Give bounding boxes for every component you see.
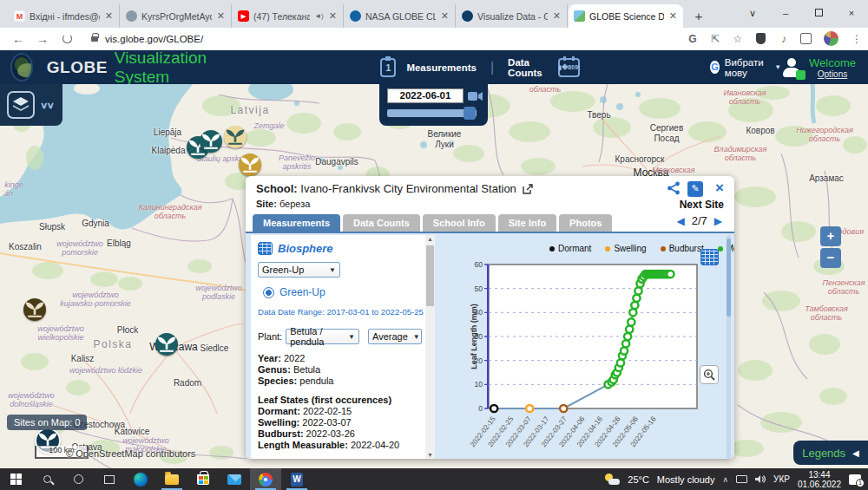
scroll-down-icon[interactable]: ▼: [425, 452, 435, 458]
options-link[interactable]: Options: [809, 69, 856, 79]
scroll-up-icon[interactable]: ▲: [425, 236, 435, 242]
chart-scrollbar[interactable]: [727, 235, 731, 459]
weather-temp[interactable]: 25°C: [628, 474, 649, 485]
measurements-calendar-icon[interactable]: 1: [380, 58, 396, 77]
osm-attribution[interactable]: © OpenStreetMap contributors: [66, 448, 195, 459]
url-text[interactable]: vis.globe.gov/GLOBE/: [105, 34, 681, 44]
globe-logo[interactable]: [10, 53, 33, 82]
aggregation-dropdown[interactable]: Average▼: [368, 329, 422, 344]
data-point[interactable]: [490, 405, 497, 412]
forward-icon[interactable]: →: [36, 32, 49, 46]
tab-photos[interactable]: Photos: [559, 214, 612, 232]
scrollbar-thumb[interactable]: [426, 245, 434, 306]
protocol-dropdown[interactable]: Green-Up▼: [258, 262, 340, 278]
tray-chevron-icon[interactable]: ∧: [722, 475, 728, 484]
back-icon[interactable]: ←: [12, 32, 24, 46]
next-site-icon[interactable]: ▶: [714, 215, 722, 227]
notification-icon[interactable]: 1: [849, 474, 861, 485]
close-icon[interactable]: ×: [715, 180, 724, 197]
site-marker[interactable]: [200, 130, 222, 153]
left-column-scrollbar[interactable]: ▲ ▼: [425, 235, 435, 459]
browser-tab[interactable]: ▶(47) Телеканал 1◄)✕: [233, 4, 344, 28]
sidebar-icon[interactable]: [800, 33, 812, 44]
browser-tab[interactable]: MВхідні - ifmdes@gma✕: [9, 4, 120, 28]
tab-close-icon[interactable]: ✕: [552, 10, 562, 22]
volume-icon[interactable]: [755, 472, 766, 487]
data-point[interactable]: [633, 295, 640, 302]
browser-tab[interactable]: KyrsPrOrgMetAyd-12✕: [121, 4, 232, 28]
file-explorer-icon[interactable]: [156, 468, 187, 490]
profile-avatar[interactable]: [824, 31, 838, 46]
nav-data-counts[interactable]: Data Counts: [508, 57, 548, 78]
chevron-down-icon[interactable]: ∨∨: [40, 100, 53, 110]
data-point[interactable]: [631, 302, 638, 309]
keyboard-language[interactable]: УКР: [773, 474, 790, 484]
site-marker[interactable]: [239, 154, 261, 176]
data-point[interactable]: [624, 333, 631, 340]
browser-menu-icon[interactable]: ⋮: [845, 33, 868, 45]
chart-zoom-icon[interactable]: [700, 365, 719, 384]
padlock-icon[interactable]: [91, 36, 98, 42]
tab-close-icon[interactable]: ✕: [328, 10, 338, 22]
reading-list-icon[interactable]: ♪: [773, 33, 795, 45]
layers-icon[interactable]: [7, 91, 35, 119]
mail-icon[interactable]: [219, 468, 250, 490]
legend-item-dormant[interactable]: Dormant: [549, 244, 591, 253]
browser-tab[interactable]: NASA GLOBE CLOUD✕: [345, 4, 456, 28]
site-marker[interactable]: [224, 126, 247, 148]
date-input[interactable]: 2022-06-01: [387, 88, 464, 103]
clock[interactable]: 13:44 01.06.2022: [798, 470, 841, 489]
microsoft-store-icon[interactable]: [187, 468, 219, 490]
site-marker[interactable]: [23, 298, 46, 321]
animation-camera-icon[interactable]: [468, 89, 483, 105]
tab-close-icon[interactable]: ✕: [104, 10, 114, 22]
plant-dropdown[interactable]: Betula / pendula▼: [286, 329, 359, 344]
search-icon[interactable]: [31, 468, 62, 490]
tab-audio-icon[interactable]: ◄): [314, 12, 324, 20]
zoom-out-button[interactable]: −: [820, 248, 841, 268]
share-icon[interactable]: [667, 181, 681, 199]
date-slider-track[interactable]: [387, 109, 477, 117]
data-counts-calendar-icon[interactable]: ▮�809;: [558, 58, 580, 77]
user-icon[interactable]: [781, 57, 802, 78]
data-point[interactable]: [635, 287, 641, 294]
data-point[interactable]: [629, 309, 636, 316]
weather-icon[interactable]: [605, 474, 620, 485]
cortana-icon[interactable]: [62, 468, 94, 490]
data-point[interactable]: [667, 271, 674, 278]
tab-site-info[interactable]: Site Info: [498, 214, 556, 232]
start-button[interactable]: [0, 468, 31, 490]
task-view-icon[interactable]: [94, 468, 125, 490]
tab-school-info[interactable]: School Info: [423, 214, 496, 232]
tab-data-counts[interactable]: Data Counts: [343, 214, 420, 232]
window-minimize-icon[interactable]: –: [769, 8, 802, 18]
share-icon[interactable]: ⇱: [704, 33, 727, 45]
browser-tab[interactable]: Visualize Data - GLOB✕: [457, 4, 568, 28]
weather-text[interactable]: Mostly cloudy: [657, 474, 715, 485]
edit-icon[interactable]: ✎: [687, 181, 703, 197]
window-maximize-icon[interactable]: [802, 8, 835, 18]
edge-icon[interactable]: [125, 468, 156, 490]
google-translate-icon[interactable]: G: [710, 61, 719, 74]
data-point[interactable]: [626, 326, 633, 333]
extension-icon[interactable]: [756, 33, 766, 44]
legend-item-budburst[interactable]: Budburst: [661, 244, 704, 253]
date-slider-handle[interactable]: [464, 107, 476, 120]
translate-icon[interactable]: G: [681, 33, 704, 45]
data-point[interactable]: [617, 359, 624, 366]
data-point[interactable]: [526, 405, 533, 412]
site-marker[interactable]: [155, 333, 178, 356]
external-link-icon[interactable]: [523, 184, 533, 197]
word-icon[interactable]: W: [281, 468, 312, 490]
reload-icon[interactable]: [62, 34, 72, 43]
chrome-icon[interactable]: [250, 468, 281, 490]
language-caret-icon[interactable]: ▼: [774, 63, 781, 71]
data-point[interactable]: [622, 340, 629, 347]
window-close-icon[interactable]: ×: [835, 8, 868, 18]
legends-button[interactable]: Legends ◀: [793, 441, 868, 465]
new-tab-button[interactable]: +: [688, 5, 709, 26]
browser-tab[interactable]: GLOBE Science Data V✕: [569, 4, 683, 28]
nav-measurements[interactable]: Measurements: [406, 62, 477, 73]
legend-item-swelling[interactable]: Swelling: [605, 244, 646, 253]
data-point[interactable]: [621, 348, 628, 355]
